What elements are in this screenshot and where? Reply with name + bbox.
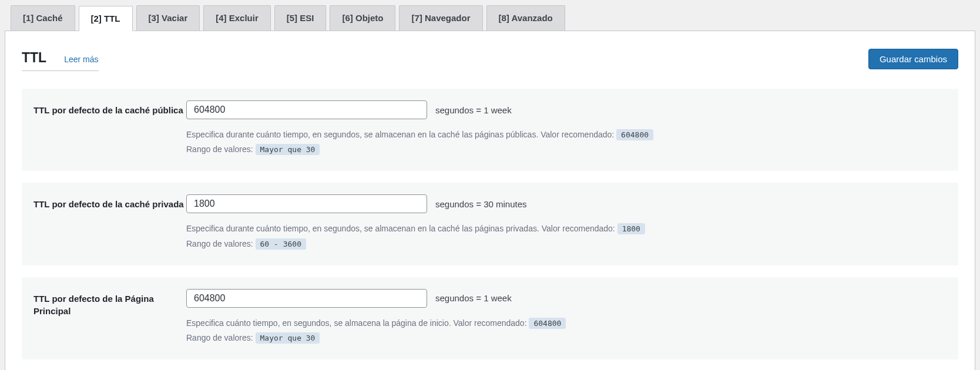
input-line: segundos = 1 week: [186, 100, 947, 119]
range-badge: Mayor que 30: [256, 332, 320, 344]
heading-left: TTL Leer más: [22, 50, 99, 71]
setting-description: Especifica cuánto tiempo, en segundos, s…: [186, 316, 947, 331]
settings-panel: TTL Leer más Guardar cambios TTL por def…: [5, 31, 975, 370]
tab-7[interactable]: [8] Avanzado: [486, 5, 565, 31]
range-badge: Mayor que 30: [256, 144, 320, 155]
setting-range: Rango de valores: Mayor que 30: [186, 142, 947, 157]
ttl-input[interactable]: [186, 289, 427, 308]
setting-body: segundos = 1 weekEspecifica durante cuán…: [186, 100, 947, 157]
setting-row: TTL por defecto de la caché públicasegun…: [22, 89, 958, 171]
unit-label: segundos = 1 week: [435, 293, 512, 303]
tab-5[interactable]: [6] Objeto: [330, 5, 395, 31]
setting-range: Rango de valores: 60 - 3600: [186, 237, 947, 251]
tab-3[interactable]: [4] Excluir: [203, 5, 271, 31]
setting-row: TTL por defecto de la caché privadasegun…: [22, 183, 958, 265]
recommended-value-badge: 604800: [529, 318, 566, 329]
setting-label: TTL por defecto de la Página Principal: [33, 289, 186, 345]
range-badge: 60 - 3600: [256, 238, 306, 250]
tab-1[interactable]: [2] TTL: [79, 6, 133, 31]
tab-0[interactable]: [1] Caché: [11, 5, 75, 31]
setting-row: TTL por defecto de la Página Principalse…: [22, 277, 958, 359]
setting-range: Rango de valores: Mayor que 30: [186, 331, 947, 345]
tab-bar: [1] Caché[2] TTL[3] Vaciar[4] Excluir[5]…: [0, 0, 980, 31]
setting-label: TTL por defecto de la caché pública: [33, 100, 186, 157]
tab-2[interactable]: [3] Vaciar: [136, 5, 200, 31]
read-more-link[interactable]: Leer más: [64, 55, 98, 64]
recommended-value-badge: 1800: [617, 223, 645, 234]
unit-label: segundos = 1 week: [435, 105, 512, 115]
tab-6[interactable]: [7] Navegador: [399, 5, 482, 31]
heading-row: TTL Leer más Guardar cambios: [22, 49, 958, 71]
save-button[interactable]: Guardar cambios: [868, 49, 958, 69]
ttl-input[interactable]: [186, 100, 427, 119]
section-title: TTL: [22, 50, 46, 66]
setting-description: Especifica durante cuánto tiempo, en seg…: [186, 221, 947, 236]
ttl-input[interactable]: [186, 194, 427, 213]
setting-body: segundos = 30 minutesEspecifica durante …: [186, 194, 947, 251]
input-line: segundos = 1 week: [186, 289, 947, 308]
setting-label: TTL por defecto de la caché privada: [33, 194, 186, 251]
setting-description: Especifica durante cuánto tiempo, en seg…: [186, 127, 947, 142]
setting-body: segundos = 1 weekEspecifica cuánto tiemp…: [186, 289, 947, 345]
input-line: segundos = 30 minutes: [186, 194, 947, 213]
unit-label: segundos = 30 minutes: [435, 199, 527, 209]
tab-4[interactable]: [5] ESI: [274, 5, 327, 31]
settings-list: TTL por defecto de la caché públicasegun…: [22, 89, 958, 359]
recommended-value-badge: 604800: [616, 129, 653, 140]
